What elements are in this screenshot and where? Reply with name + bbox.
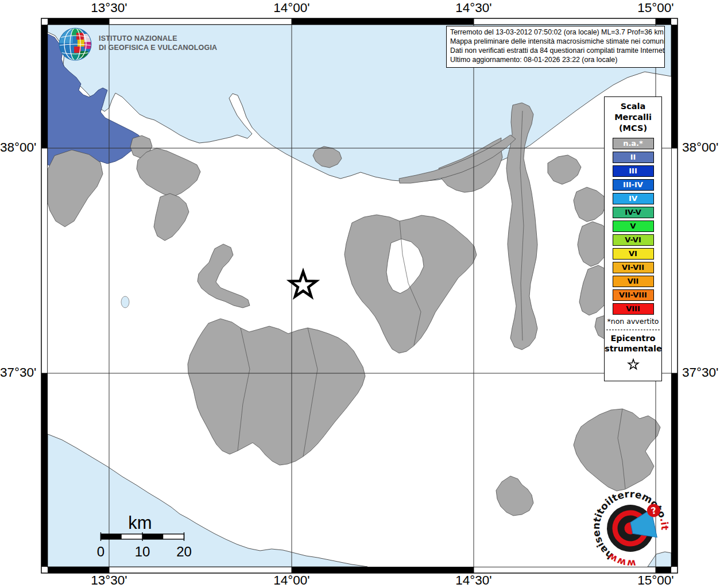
scale-tick-0: 0 bbox=[97, 544, 104, 559]
axis-label-bottom-3: 15°00' bbox=[637, 573, 673, 588]
legend-swatch-iv-v: IV-V bbox=[613, 207, 654, 218]
legend-swatch-v: V bbox=[613, 220, 654, 232]
macroseismic-map-page: 13°30' 14°00' 14°30' 15°00' 13°30' 14°00… bbox=[0, 0, 720, 588]
legend-title-line: Mercalli bbox=[605, 112, 661, 123]
legend-swatch-v-vi: V-VI bbox=[613, 234, 654, 246]
info-line-updated: Ultimo aggiornamento: 08-01-2026 23:22 (… bbox=[450, 56, 661, 65]
legend-swatch-na: n.a.* bbox=[613, 138, 654, 149]
map-svg: km 0 10 20 bbox=[40, 17, 679, 574]
info-line-data: Dati non verificati estratti da 84 quest… bbox=[450, 47, 661, 56]
legend-title-line: Scala bbox=[605, 101, 661, 112]
axis-label-bottom-1: 14°00' bbox=[273, 573, 309, 588]
epicenter-star-icon bbox=[624, 355, 643, 374]
earthquake-info-box: Terremoto del 13-03-2012 07:50:02 (ora l… bbox=[446, 26, 665, 68]
legend-divider bbox=[606, 330, 660, 330]
scale-tick-10: 10 bbox=[135, 544, 150, 559]
scale-bar-unit: km bbox=[128, 513, 152, 533]
legend-swatch-vii-viii: VII-VIII bbox=[613, 289, 654, 301]
legend-swatch-iii: III bbox=[613, 165, 654, 177]
axis-label-top-2: 14°30' bbox=[455, 1, 491, 16]
legend-footnote: *non avvertito bbox=[605, 317, 661, 326]
axis-label-right-1: 37°30' bbox=[682, 365, 718, 380]
legend-swatch-viii: VIII bbox=[613, 303, 654, 315]
axis-label-top-1: 14°00' bbox=[273, 1, 309, 16]
legend-swatch-vii: VII bbox=[613, 276, 654, 287]
axis-label-bottom-2: 14°30' bbox=[455, 573, 491, 588]
info-line-event: Terremoto del 13-03-2012 07:50:02 (ora l… bbox=[450, 28, 661, 37]
legend-swatch-iii-iv: III-IV bbox=[613, 179, 654, 191]
axis-label-left-1: 37°30' bbox=[0, 365, 36, 380]
legend-box: Scala Mercalli (MCS) n.a.* II III III-IV… bbox=[604, 96, 662, 381]
legend-title-line: (MCS) bbox=[605, 123, 661, 134]
legend-swatch-ii: II bbox=[613, 152, 654, 163]
lake bbox=[121, 296, 129, 308]
legend-epicenter-label: strumentale bbox=[605, 343, 661, 354]
ingv-logo-text: ISTITUTO NAZIONALE DI GEOFISICA E VULCAN… bbox=[99, 34, 217, 52]
hsit-logo: haisentitoilterremoto.it www. ? bbox=[590, 487, 673, 570]
ingv-text-line: DI GEOFISICA E VULCANOLOGIA bbox=[99, 44, 217, 53]
axis-label-bottom-0: 13°30' bbox=[91, 573, 127, 588]
legend-epicenter-label: Epicentro bbox=[605, 333, 661, 343]
axis-label-left-0: 38°00' bbox=[0, 140, 36, 155]
scale-tick-20: 20 bbox=[176, 544, 192, 559]
legend-swatch-vi: VI bbox=[613, 248, 654, 260]
legend-swatches: n.a.* II III III-IV IV IV-V V V-VI VI VI… bbox=[605, 138, 661, 315]
legend-swatch-vi-vii: VI-VII bbox=[613, 262, 654, 273]
legend-swatch-iv: IV bbox=[613, 193, 654, 204]
axis-label-top-0: 13°30' bbox=[91, 1, 127, 16]
ingv-globe-icon bbox=[59, 28, 92, 61]
ingv-text-line: ISTITUTO NAZIONALE bbox=[99, 34, 217, 44]
info-line-map: Mappa preliminare delle intensità macros… bbox=[450, 37, 661, 47]
axis-label-top-3: 15°00' bbox=[637, 1, 673, 16]
axis-label-right-0: 38°00' bbox=[682, 140, 718, 155]
